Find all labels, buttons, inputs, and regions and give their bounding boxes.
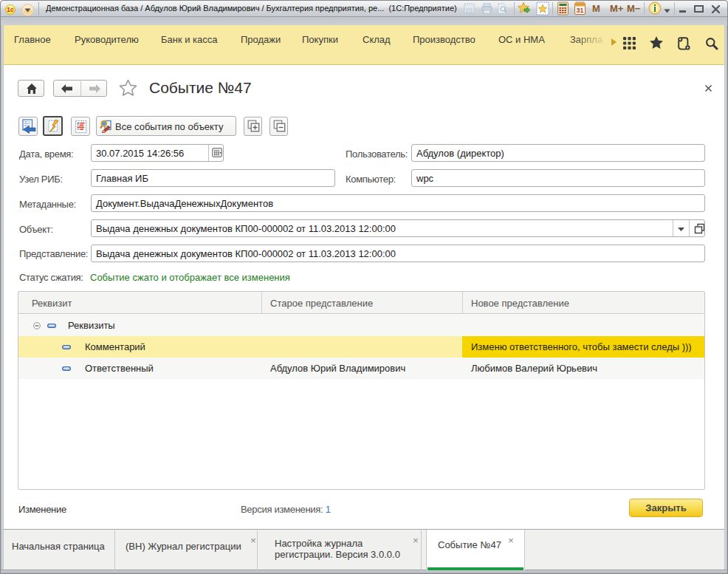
svg-text:31: 31 (576, 7, 583, 14)
svg-text:1с: 1с (7, 6, 14, 13)
